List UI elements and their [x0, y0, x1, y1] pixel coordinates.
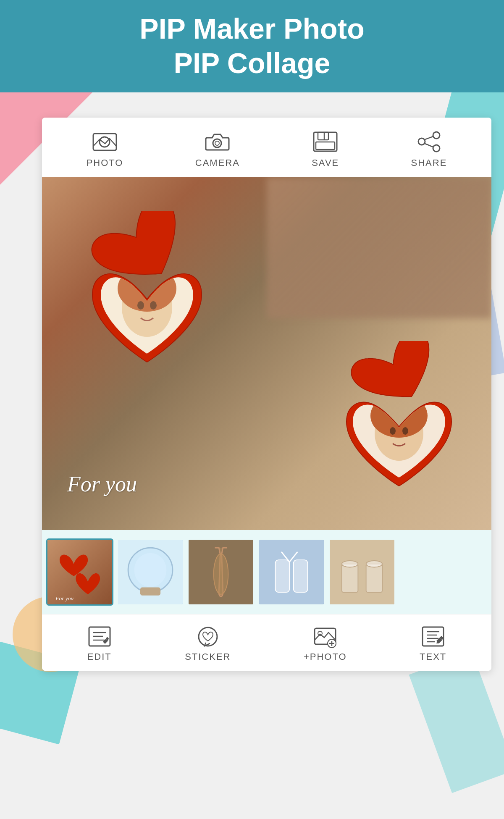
canvas-background: For you: [42, 177, 491, 530]
heart-box-bottom: [323, 341, 475, 488]
bottom-text-button[interactable]: TEXT: [420, 625, 446, 662]
svg-rect-5: [318, 132, 328, 140]
svg-point-21: [370, 394, 428, 438]
svg-point-31: [214, 554, 228, 594]
svg-point-29: [134, 553, 167, 587]
svg-point-1: [100, 137, 110, 147]
template-thumb-3[interactable]: [187, 538, 255, 606]
sticker-icon: [195, 625, 220, 648]
svg-line-11: [425, 136, 433, 139]
svg-rect-33: [276, 560, 290, 592]
svg-point-8: [433, 132, 440, 139]
svg-point-23: [402, 427, 408, 435]
blur-overlay: [267, 177, 491, 318]
svg-point-9: [418, 138, 425, 145]
template-thumb-5[interactable]: [328, 538, 396, 606]
svg-rect-18: [101, 274, 193, 358]
main-content: PHOTO CAMERA SAVE: [0, 92, 504, 819]
svg-rect-38: [342, 564, 358, 592]
svg-rect-37: [330, 540, 394, 604]
top-toolbar: PHOTO CAMERA SAVE: [42, 118, 491, 177]
edit-icon: [87, 625, 112, 648]
svg-text:For you: For you: [55, 595, 74, 601]
template-thumb-2[interactable]: [117, 538, 184, 606]
text-label: TEXT: [420, 651, 446, 662]
camera-icon: [204, 130, 231, 153]
add-photo-icon: [312, 625, 338, 648]
app-title: PIP Maker Photo PIP Collage: [139, 12, 364, 80]
addphoto-label: +PHOTO: [304, 651, 347, 662]
svg-rect-39: [366, 564, 383, 592]
photo-icon: [91, 130, 118, 153]
share-icon: [415, 130, 443, 153]
svg-point-40: [342, 561, 358, 567]
watermark-text: For you: [67, 472, 137, 496]
bottom-sticker-button[interactable]: STICKER: [185, 625, 231, 662]
toolbar-camera-button[interactable]: CAMERA: [195, 130, 240, 168]
sticker-label: STICKER: [185, 651, 231, 662]
svg-rect-52: [423, 627, 444, 646]
svg-point-3: [215, 141, 219, 145]
camera-label: CAMERA: [195, 158, 240, 168]
photo-label: PHOTO: [87, 158, 123, 168]
save-label: SAVE: [312, 158, 339, 168]
photo-canvas: For you: [42, 177, 491, 530]
svg-rect-34: [294, 560, 308, 592]
svg-rect-6: [316, 142, 335, 150]
share-label: SHARE: [411, 158, 447, 168]
svg-point-2: [213, 139, 221, 147]
edit-label: EDIT: [87, 651, 112, 662]
toolbar-share-button[interactable]: SHARE: [411, 130, 447, 168]
bottom-edit-button[interactable]: EDIT: [87, 625, 112, 662]
bottom-toolbar: EDIT STICKER: [42, 614, 491, 671]
bottom-addphoto-button[interactable]: +PHOTO: [304, 625, 347, 662]
svg-rect-24: [47, 540, 112, 604]
app-header: PIP Maker Photo PIP Collage: [0, 0, 504, 92]
toolbar-save-button[interactable]: SAVE: [312, 130, 339, 168]
svg-point-22: [390, 427, 396, 435]
svg-point-10: [433, 145, 440, 152]
heart-box-top: [67, 211, 227, 366]
editor-card: PHOTO CAMERA SAVE: [42, 118, 491, 671]
svg-line-12: [425, 144, 433, 147]
toolbar-photo-button[interactable]: PHOTO: [87, 130, 123, 168]
text-icon: [420, 625, 446, 648]
template-thumb-1[interactable]: For you: [46, 538, 113, 606]
template-strip: For you: [42, 530, 491, 614]
svg-point-41: [366, 561, 383, 567]
svg-rect-28: [140, 588, 160, 596]
svg-point-46: [199, 627, 217, 646]
template-thumb-4[interactable]: [258, 538, 325, 606]
save-icon: [312, 130, 339, 153]
svg-rect-32: [259, 540, 324, 604]
